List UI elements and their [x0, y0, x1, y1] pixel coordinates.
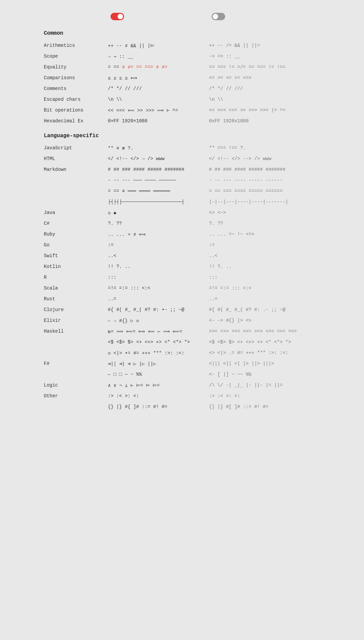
fira-code-cell: ◇ <|> •= #= +++ *** :>: :<: — [108, 350, 209, 356]
fira-code-cell: - -- --- ─── ──── ────── — [108, 178, 209, 183]
table-row: Arithmetics++ -- ≠ && || |⊨++ -- /= && |… — [44, 41, 320, 52]
fira-code-cell: ** ≡ ≢ ?. — [108, 145, 209, 151]
table-row: Logic∧ ∨ ¬ ⊥ ⊢ ⊨= ⊨ ⊨=/\ \/ -| _|_ |- ||… — [44, 381, 320, 392]
fira-mono-cell: - -- --- ---- ----- ------ — [209, 178, 310, 183]
row-label: C# — [44, 221, 108, 226]
row-label: Scala — [44, 285, 108, 291]
row-label: Other — [44, 393, 108, 399]
fira-code-cell: {} |} #{ ]# ::= #! #= — [108, 404, 209, 409]
fira-mono-cell: <||| <|| <| |> ||> |||> — [209, 361, 310, 366]
row-label: JavaScript — [44, 145, 108, 151]
row-label: HTML — [44, 156, 108, 161]
fira-mono-cell: << <<< <<= >> >>> >>= |= ^= — [209, 108, 310, 113]
table-row: Ruby.. ... ≈ ≠ ⟺.. ... =~ !~ <=> — [44, 230, 320, 241]
fira-mono-cell: >>= =>> =<< <<= >=> <=< =>= =<= — [209, 329, 310, 334]
fira-code-cell: ◇ ◆ — [108, 210, 209, 216]
table-row: Equality= == ≠ ≠= == === ≠ ≠=== === != =… — [44, 63, 320, 73]
table-row: Swift..<..< — [44, 251, 320, 262]
fira-mono-cell: <- [ |] ~ ~~ %% — [209, 372, 310, 377]
fira-code-cell: ← □ □ ─ ~ %% — [108, 372, 209, 377]
table-row: Kotlin!! ?. ..!! ?. .. — [44, 262, 320, 273]
row-label: Ruby — [44, 232, 108, 237]
fira-code-cell: ::: — [108, 275, 209, 280]
table-row: ├┤├┤├─────────────────────┤|-|--|---|---… — [44, 197, 320, 208]
fira-mono-cell: ..= — [209, 296, 310, 302]
row-label: Haskell — [44, 329, 108, 334]
table-row: Scala=!= =:= ::: <:<=!= =:= ::: <:< — [44, 284, 320, 295]
fira-mono-cell: ** === !== ?. — [209, 145, 310, 151]
fira-mono-cell: := — [209, 242, 310, 248]
table-row: Comments/* */ // ////* */ // /// — [44, 84, 320, 95]
fira-mono-cell: # ## ### #### ##### ####### — [209, 167, 310, 172]
table-row: JavaScript** ≡ ≢ ?.** === !== ?. — [44, 144, 320, 154]
fira-mono-cell: #{ #( #_ #_( #? #: .- ;; ~@ — [209, 307, 310, 312]
fira-code-cell: ← → #{} ▷ ◇ — [108, 318, 209, 324]
row-label: Swift — [44, 253, 108, 258]
fira-mono-cell: !! ?. .. — [209, 264, 310, 269]
fira-code-cell: .. ... ≈ ≠ ⟺ — [108, 232, 209, 237]
row-label: Kotlin — [44, 264, 108, 269]
fira-code-cell: \n \\ — [108, 97, 209, 102]
fira-code-cell: = == ≡ ═══ ════ ══════ — [108, 188, 209, 194]
row-label: R — [44, 275, 108, 280]
table-row: <$ <$> $> <+ <+> +> <* <*> *><$ <$> $> <… — [44, 338, 320, 348]
table-row: Bit operations<< <<< ⟸ >> >>> ⟹ ⊢ ^=<< <… — [44, 106, 320, 117]
table-row: R:::::: — [44, 273, 320, 284]
fira-code-cell: ..= — [108, 296, 209, 302]
fira-code-cell: ≤ ≥ ≤ ≥ ⟺ — [108, 75, 209, 81]
fira-code-cell: !! ?. .. — [108, 264, 209, 269]
table-row: Hexadecimal Ex0×FF 1920×10800xFF 1920x10… — [44, 117, 320, 127]
table-row: Haskell⊵= ⟹ ⟸= ⟺ ⟸ ⇐ ⟹ ⟸=>>= =>> =<< <<=… — [44, 327, 320, 338]
table-row: Escaped chars\n \\\n \\ — [44, 95, 320, 106]
table-row: Java◇ ◆<> <~> — [44, 208, 320, 219]
ligature-on-label — [108, 13, 209, 20]
fira-code-cell: ├┤├┤├─────────────────────┤ — [108, 199, 209, 205]
section-header: Language-specific — [44, 131, 320, 141]
fira-mono-cell: :> :< >: <: — [209, 393, 310, 399]
fira-mono-cell: |-|--|---|----|----|-------| — [209, 199, 310, 205]
fira-mono-cell: -> => :: __ — [209, 54, 310, 59]
row-label: F# — [44, 361, 108, 366]
fira-code-cell: → ⇒ :: __ — [108, 54, 209, 59]
fira-code-cell: ∧ ∨ ¬ ⊥ ⊢ ⊨= ⊨ ⊨= — [108, 383, 209, 388]
fira-code-cell: ⊲|| ⊲| ⊲ ▷ |▷ ||▷ — [108, 361, 209, 367]
ligature-row — [44, 13, 320, 20]
table-row: Rust..=..= — [44, 295, 320, 305]
fira-code-cell: :> :< >: <: — [108, 393, 209, 399]
fira-mono-cell: /* */ // /// — [209, 86, 310, 91]
fira-code-cell: ..< — [108, 253, 209, 258]
fira-mono-cell: <> <|> .= #= +++ *** :>: :<: — [209, 350, 310, 356]
table-row: Scope→ ⇒ :: __-> => :: __ — [44, 52, 320, 63]
section-header: Common — [44, 28, 320, 38]
table-row: = == ≡ ═══ ════ ══════= == === ==== ====… — [44, 187, 320, 197]
row-label: Elixir — [44, 318, 108, 323]
fira-mono-cell: ++ -- /= && || ||= — [209, 43, 310, 48]
row-label: Markdown — [44, 167, 108, 172]
row-label: Clojure — [44, 307, 108, 312]
fira-mono-cell: =!= =:= ::: <:< — [209, 285, 310, 291]
fira-mono-cell: .. ... =~ !~ <=> — [209, 232, 310, 237]
fira-mono-cell: <> <~> — [209, 210, 310, 215]
row-label: Comments — [44, 86, 108, 91]
ligature-no-label — [209, 13, 310, 20]
fira-mono-cell: /\ \/ -| _|_ |- ||- |= ||= — [209, 383, 310, 388]
table-row: ← □ □ ─ ~ %%<- [ |] ~ ~~ %% — [44, 370, 320, 381]
fira-mono-cell: ..< — [209, 253, 310, 258]
table-row: ◇ <|> •= #= +++ *** :>: :<:<> <|> .= #= … — [44, 348, 320, 359]
row-label: Hexadecimal Ex — [44, 118, 108, 124]
fira-mono-cell: <$ <$> $> <+ <+> +> <* <*> *> — [209, 339, 310, 345]
row-label: Go — [44, 242, 108, 248]
table-row: Go:=:= — [44, 241, 320, 251]
fira-code-cell: ⊵= ⟹ ⟸= ⟺ ⟸ ⇐ ⟹ ⟸= — [108, 329, 209, 334]
row-label: Java — [44, 210, 108, 215]
table-row: HTML</ <!-- </> → /> www</ <!-- </> --> … — [44, 154, 320, 165]
row-label: Rust — [44, 296, 108, 302]
table-row: Other:> :< >: <::> :< >: <: — [44, 392, 320, 402]
fira-mono-cell: ?. ?? — [209, 221, 310, 226]
fira-mono-cell: <- -> #{} |> <> — [209, 318, 310, 323]
fira-code-cell: #{ #( #_ #_( #? #: •- ;; ~@ — [108, 307, 209, 312]
fira-code-cell: << <<< ⟸ >> >>> ⟹ ⊢ ^= — [108, 108, 209, 113]
toggle-on[interactable] — [111, 13, 124, 20]
toggle-off[interactable] — [212, 13, 225, 20]
fira-code-cell: ?. ?? — [108, 221, 209, 226]
